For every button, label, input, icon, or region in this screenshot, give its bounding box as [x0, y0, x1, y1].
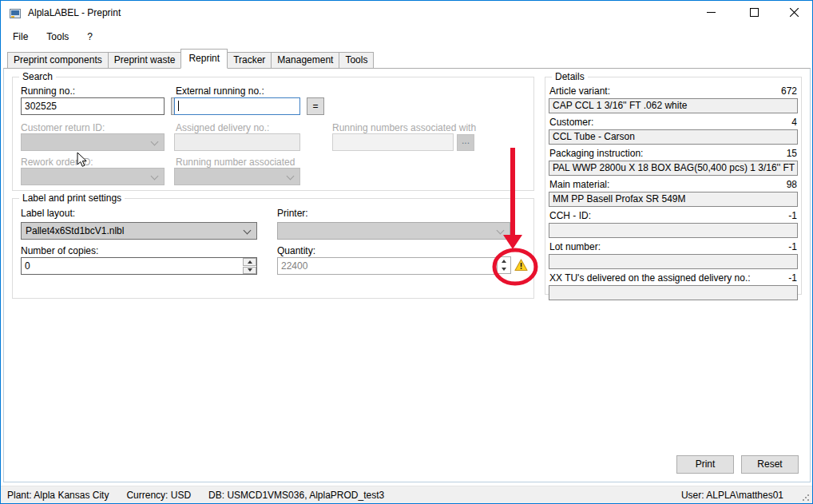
tab-strip: Preprint components Preprint waste Repri…	[7, 49, 374, 69]
label-layout-label: Label layout:	[21, 208, 75, 219]
menu-file[interactable]: File	[6, 28, 35, 46]
detail-number: 98	[787, 180, 797, 190]
arrow-up-icon	[248, 260, 252, 264]
search-group-title: Search	[19, 71, 56, 82]
external-running-no-label: External running no.:	[176, 86, 264, 97]
label-layout-value: Pallet4x6Std1bcV1.nlbl	[26, 225, 124, 236]
arrow-up-icon	[502, 260, 506, 263]
quantity-stepper[interactable]	[497, 256, 511, 274]
status-currency: Currency: USD	[126, 490, 191, 501]
search-group: Search Running no.: 302525 = External ru…	[12, 77, 534, 191]
number-of-copies-stepper[interactable]: 0	[21, 257, 257, 275]
detail-number: -1	[788, 211, 797, 221]
quantity-label: Quantity:	[277, 246, 315, 256]
tab-preprint-waste[interactable]: Preprint waste	[108, 52, 182, 69]
label-layout-select[interactable]: Pallet4x6Std1bcV1.nlbl	[21, 222, 257, 240]
window-title: AlplaLABEL - Preprint	[28, 1, 121, 26]
detail-value: PAL WWP 2800u X 18 BOX BAG(50,400 pcs) 1…	[549, 161, 798, 176]
detail-label: Article variant:	[549, 86, 610, 97]
detail-value: MM PP Basell Profax SR 549M	[549, 192, 798, 207]
detail-item: Lot number:-1	[549, 242, 798, 269]
detail-number: 15	[787, 149, 797, 159]
warning-icon	[514, 259, 528, 272]
resize-grip[interactable]	[802, 494, 810, 502]
menu-bar: File Tools ?	[2, 26, 100, 48]
minimize-icon	[707, 8, 716, 19]
detail-item: Customer:4 CCL Tube - Carson	[549, 117, 798, 145]
browse-button: ...	[457, 134, 474, 151]
chevron-down-icon	[151, 138, 159, 146]
chevron-down-icon	[244, 227, 252, 235]
printer-select[interactable]	[277, 222, 510, 240]
detail-item: XX TU's delivered on the assigned delive…	[549, 273, 798, 300]
detail-number: 672	[781, 86, 797, 97]
external-running-no-input[interactable]	[174, 97, 300, 115]
chevron-down-icon	[497, 227, 505, 235]
maximize-icon	[750, 8, 759, 19]
detail-label: XX TU's delivered on the assigned delive…	[549, 273, 751, 284]
tab-management[interactable]: Management	[271, 52, 339, 69]
status-user: User: ALPLA\matthes01	[681, 490, 783, 501]
status-plant: Plant: Alpla Kansas City	[7, 490, 109, 501]
detail-value	[549, 254, 798, 269]
quantity-input: 22400	[277, 257, 496, 275]
detail-item: CCH - ID:-1	[549, 211, 798, 238]
running-numbers-associated-with-input	[332, 133, 454, 151]
menu-tools[interactable]: Tools	[39, 28, 76, 46]
spin-down-button[interactable]	[498, 265, 510, 273]
spin-down-button[interactable]	[243, 267, 256, 275]
number-of-copies-value: 0	[25, 260, 30, 272]
running-no-label: Running no.:	[21, 86, 75, 97]
rework-order-id-select	[21, 168, 165, 185]
label-print-settings-group: Label and print settings Label layout: P…	[12, 198, 534, 299]
running-no-input[interactable]: 302525	[21, 97, 165, 115]
app-window: AlplaLABEL - Preprint File Tools ? Prepr…	[0, 0, 813, 504]
detail-number: 4	[791, 117, 797, 128]
running-numbers-associated-with-label: Running numbers associated with	[332, 123, 476, 133]
app-icon	[9, 7, 22, 20]
spin-up-button[interactable]	[498, 257, 510, 265]
close-icon	[790, 8, 799, 19]
customer-return-id-select	[21, 133, 165, 151]
printer-label: Printer:	[277, 208, 308, 219]
arrow-down-icon	[248, 268, 252, 272]
assigned-delivery-no-input	[174, 133, 300, 151]
number-of-copies-label: Number of copies:	[21, 246, 98, 256]
text-caret	[178, 101, 179, 111]
tab-tracker[interactable]: Tracker	[227, 52, 272, 69]
tab-reprint[interactable]: Reprint	[180, 49, 228, 69]
spin-up-button[interactable]	[243, 258, 256, 266]
detail-number: -1	[788, 273, 797, 284]
title-bar: AlplaLABEL - Preprint	[1, 1, 812, 26]
detail-number: -1	[788, 242, 797, 252]
detail-value	[549, 223, 798, 238]
minimize-button[interactable]	[693, 1, 729, 26]
arrow-down-icon	[502, 268, 506, 271]
tab-preprint-components[interactable]: Preprint components	[7, 52, 109, 69]
running-number-associated-select	[174, 168, 300, 185]
status-bar: Plant: Alpla Kansas City Currency: USD D…	[1, 486, 812, 504]
menu-help[interactable]: ?	[80, 28, 100, 46]
reset-button[interactable]: Reset	[741, 455, 799, 474]
maximize-button[interactable]	[736, 1, 772, 26]
external-running-no-equals-button[interactable]: =	[307, 97, 324, 115]
label-print-settings-title: Label and print settings	[19, 192, 125, 204]
detail-label: CCH - ID:	[549, 211, 591, 221]
detail-item: Article variant:672 CAP CCL 1 3/16'' FT …	[549, 86, 798, 113]
tab-tools[interactable]: Tools	[339, 52, 374, 69]
detail-label: Lot number:	[549, 242, 601, 252]
chevron-down-icon	[287, 173, 295, 181]
status-db: DB: USMCD1VMS036, AlplaPROD_test3	[208, 490, 384, 501]
rework-order-id-label: Rework order ID:	[21, 157, 93, 168]
detail-label: Packaging instruction:	[549, 149, 643, 159]
detail-value	[549, 285, 798, 300]
chevron-down-icon	[151, 173, 159, 181]
print-button[interactable]: Print	[676, 455, 734, 474]
details-group-title: Details	[552, 71, 588, 82]
spinner-buttons	[243, 258, 256, 274]
close-button[interactable]	[776, 1, 812, 26]
detail-label: Customer:	[549, 117, 593, 128]
detail-value: CAP CCL 1 3/16'' FT .062 white	[549, 98, 798, 113]
assigned-delivery-no-label: Assigned delivery no.:	[176, 123, 269, 133]
customer-return-id-label: Customer return ID:	[21, 123, 105, 133]
